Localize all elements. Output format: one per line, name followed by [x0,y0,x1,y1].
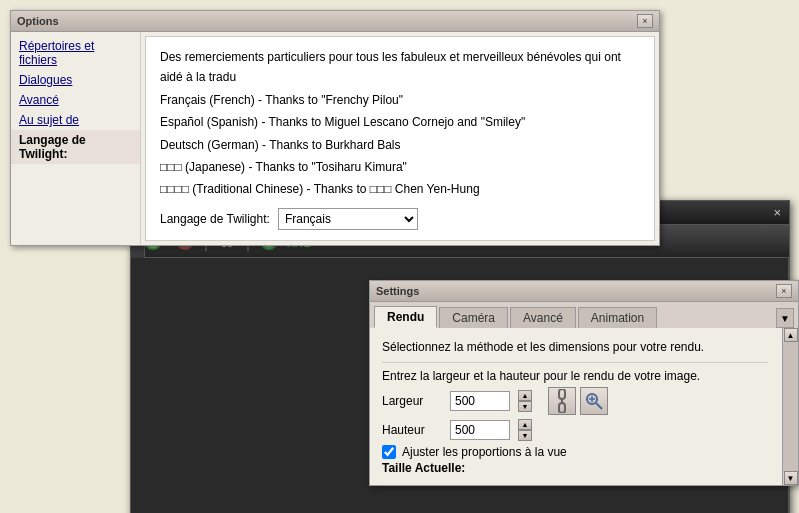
zoom-icon-button[interactable] [580,387,608,415]
link-icon-button[interactable] [548,387,576,415]
scroll-track[interactable] [783,342,798,471]
largeur-label: Largeur [382,394,442,408]
language-label: Langage de Twilight: [160,212,270,226]
credits-line-0: Des remerciements particuliers pour tous… [160,47,640,88]
largeur-input[interactable] [450,391,510,411]
largeur-spin: ▲ ▼ [518,390,532,412]
zoom-icon [584,391,604,411]
options-window: Options × Répertoires et fichiers Dialog… [10,10,660,246]
tab-camera[interactable]: Caméra [439,307,508,328]
options-close-button[interactable]: × [637,14,653,28]
tab-animation[interactable]: Animation [578,307,657,328]
credits-line-3: Deutsch (German) - Thanks to Burkhard Ba… [160,135,640,155]
taille-actuelle-label: Taille Actuelle: [382,461,768,475]
proportions-checkbox[interactable] [382,445,396,459]
svg-line-13 [596,403,602,409]
settings-body: Sélectionnez la méthode et les dimension… [370,328,798,485]
options-title: Options [17,15,59,27]
hauteur-spin-up[interactable]: ▲ [518,419,532,430]
tab-dropdown-button[interactable]: ▼ [776,308,794,328]
svg-rect-9 [559,389,565,399]
hauteur-spin-down[interactable]: ▼ [518,430,532,441]
hauteur-spin: ▲ ▼ [518,419,532,441]
settings-titlebar: Settings × [370,281,798,302]
sidebar-item-ausujet[interactable]: Au sujet de [11,110,140,130]
settings-description-1: Sélectionnez la méthode et les dimension… [382,338,768,363]
scroll-up-button[interactable]: ▲ [784,328,798,342]
tab-rendu[interactable]: Rendu [374,306,437,328]
sidebar-item-langage[interactable]: Langage de Twilight: [11,130,140,164]
checkbox-row: Ajuster les proportions à la vue [382,445,768,459]
largeur-spin-down[interactable]: ▼ [518,401,532,412]
settings-description-2: Entrez la largeur et la hauteur pour le … [382,369,768,383]
credits-line-2: Español (Spanish) - Thanks to Miguel Les… [160,112,640,132]
twilight-close-button[interactable]: × [765,201,789,224]
hauteur-row: Hauteur ▲ ▼ [382,419,768,441]
proportions-label: Ajuster les proportions à la vue [402,445,567,459]
largeur-spin-up[interactable]: ▲ [518,390,532,401]
credits-line-5: □□□□ (Traditional Chinese) - Thanks to □… [160,179,640,199]
settings-scrollbar[interactable]: ▲ ▼ [782,328,798,485]
credits-line-1: Français (French) - Thanks to "Frenchy P… [160,90,640,110]
credits-line-4: □□□ (Japanese) - Thanks to "Tosiharu Kim… [160,157,640,177]
sidebar-item-avance[interactable]: Avancé [11,90,140,110]
tabs-row: Rendu Caméra Avancé Animation ▼ [370,302,798,328]
language-select[interactable]: Français English Español Deutsch [278,208,418,230]
credits-text: Des remerciements particuliers pour tous… [160,47,640,200]
options-body: Répertoires et fichiers Dialogues Avancé… [11,32,659,245]
sidebar-item-repertoires[interactable]: Répertoires et fichiers [11,36,140,70]
options-sidebar: Répertoires et fichiers Dialogues Avancé… [11,32,141,245]
settings-title: Settings [376,285,419,297]
sidebar-item-dialogues[interactable]: Dialogues [11,70,140,90]
tab-avance[interactable]: Avancé [510,307,576,328]
options-titlebar: Options × [11,11,659,32]
settings-window: Settings × Rendu Caméra Avancé Animation… [369,280,799,486]
svg-rect-10 [559,403,565,413]
options-content: Des remerciements particuliers pour tous… [145,36,655,241]
link-icon [553,389,571,413]
hauteur-label: Hauteur [382,423,442,437]
largeur-row: Largeur ▲ ▼ [382,387,768,415]
language-row: Langage de Twilight: Français English Es… [160,208,640,230]
hauteur-input[interactable] [450,420,510,440]
icon-group [548,387,608,415]
settings-close-button[interactable]: × [776,284,792,298]
scroll-down-button[interactable]: ▼ [784,471,798,485]
